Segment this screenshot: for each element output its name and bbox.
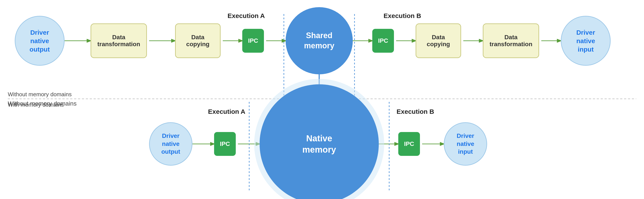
- top-data-transformation-2: Datatransformation: [483, 24, 539, 58]
- bottom-ipc-1: IPC: [214, 132, 236, 156]
- top-data-copying-2: Datacopying: [416, 24, 461, 58]
- bottom-exec-a-label: Execution A: [208, 108, 245, 115]
- bottom-section-label: With memory domains: [8, 102, 64, 108]
- top-exec-b-label: Execution B: [384, 12, 421, 20]
- top-section-label: Without memory domains: [8, 91, 72, 98]
- bottom-exec-b-label: Execution B: [396, 108, 434, 115]
- top-exec-a-label: Execution A: [228, 12, 265, 20]
- bottom-driver-native-input: Drivernativeinput: [444, 122, 487, 166]
- top-driver-native-input: Drivernativeinput: [561, 16, 611, 66]
- bottom-driver-native-output: Drivernativeoutput: [149, 122, 192, 166]
- top-data-transformation-1: Datatransformation: [90, 24, 147, 58]
- bottom-native-memory: Nativememory: [260, 84, 379, 199]
- top-shared-memory: Sharedmemory: [286, 7, 353, 74]
- top-data-copying-1: Datacopying: [175, 24, 220, 58]
- bottom-ipc-2: IPC: [398, 132, 420, 156]
- top-driver-native-output: Drivernativeoutput: [15, 16, 64, 66]
- top-ipc-1: IPC: [242, 29, 264, 53]
- diagram-container: Without memory domains Without memory do…: [0, 0, 644, 199]
- top-ipc-2: IPC: [372, 29, 394, 53]
